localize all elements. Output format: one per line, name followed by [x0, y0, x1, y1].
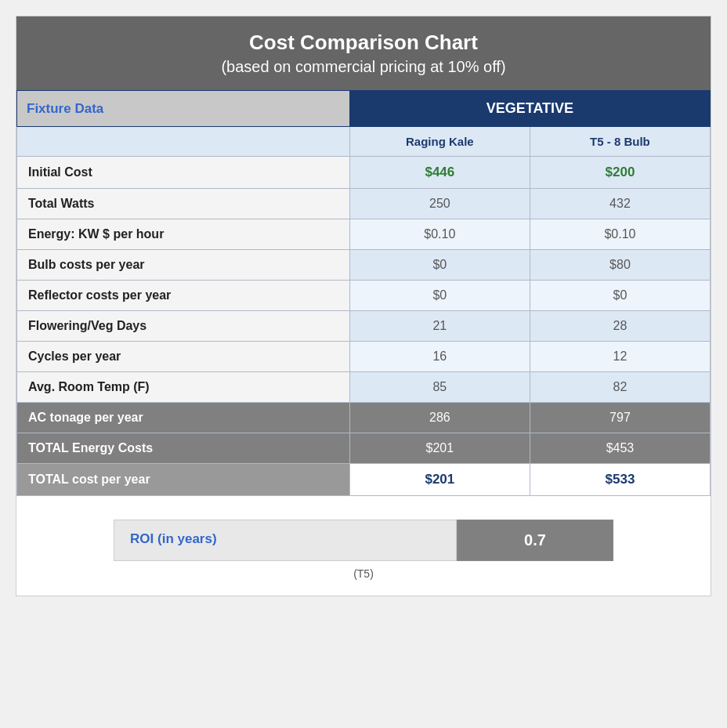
- row-label: TOTAL cost per year: [17, 464, 350, 496]
- t5-value: 82: [530, 372, 710, 403]
- rk-value: 286: [349, 403, 530, 433]
- t5-value: $533: [530, 464, 710, 496]
- row-label: Initial Cost: [17, 157, 350, 189]
- col-header-t5: T5 - 8 Bulb: [530, 127, 710, 157]
- rk-value: $201: [349, 433, 530, 464]
- rk-value: 250: [349, 189, 530, 219]
- roi-section: ROI (in years) 0.7 (T5): [16, 496, 711, 596]
- table-row: Cycles per year 16 12: [17, 342, 711, 372]
- sub-header-empty: [17, 127, 350, 157]
- roi-label: ROI (in years): [114, 520, 457, 561]
- rk-value: 85: [349, 372, 530, 403]
- table-row: Initial Cost $446 $200: [17, 157, 711, 189]
- table-row: Flowering/Veg Days 21 28: [17, 311, 711, 342]
- roi-value: 0.7: [457, 520, 613, 561]
- t5-value: $0.10: [530, 219, 710, 250]
- table-row: Bulb costs per year $0 $80: [17, 250, 711, 281]
- rk-value: $0: [349, 281, 530, 311]
- rk-value: 21: [349, 311, 530, 342]
- chart-subtitle: (based on commercial pricing at 10% off): [24, 58, 703, 76]
- chart-container: Cost Comparison Chart (based on commerci…: [16, 16, 711, 596]
- row-label: Energy: KW $ per hour: [17, 219, 350, 250]
- fixture-data-label: Fixture Data: [17, 91, 350, 127]
- rk-value: $446: [349, 157, 530, 189]
- t5-value: 432: [530, 189, 710, 219]
- row-label: TOTAL Energy Costs: [17, 433, 350, 464]
- comparison-table: Fixture Data VEGETATIVE Raging Kale T5 -…: [16, 90, 711, 496]
- row-label: Total Watts: [17, 189, 350, 219]
- col-header-rk: Raging Kale: [349, 127, 530, 157]
- category-label: VEGETATIVE: [349, 91, 710, 127]
- table-row: Reflector costs per year $0 $0: [17, 281, 711, 311]
- t5-value: $80: [530, 250, 710, 281]
- table-row: TOTAL cost per year $201 $533: [17, 464, 711, 496]
- table-row: TOTAL Energy Costs $201 $453: [17, 433, 711, 464]
- sub-header-row: Raging Kale T5 - 8 Bulb: [17, 127, 711, 157]
- rk-value: $201: [349, 464, 530, 496]
- table-row: AC tonage per year 286 797: [17, 403, 711, 433]
- roi-row: ROI (in years) 0.7: [114, 520, 613, 561]
- roi-footnote: (T5): [353, 567, 374, 580]
- category-header-row: Fixture Data VEGETATIVE: [17, 91, 711, 127]
- row-label: Flowering/Veg Days: [17, 311, 350, 342]
- t5-value: 28: [530, 311, 710, 342]
- table-row: Energy: KW $ per hour $0.10 $0.10: [17, 219, 711, 250]
- rk-value: $0.10: [349, 219, 530, 250]
- row-label: Cycles per year: [17, 342, 350, 372]
- row-label: Avg. Room Temp (F): [17, 372, 350, 403]
- rk-value: $0: [349, 250, 530, 281]
- t5-value: $453: [530, 433, 710, 464]
- t5-value: 12: [530, 342, 710, 372]
- rk-value: 16: [349, 342, 530, 372]
- table-row: Avg. Room Temp (F) 85 82: [17, 372, 711, 403]
- row-label: Reflector costs per year: [17, 281, 350, 311]
- chart-header: Cost Comparison Chart (based on commerci…: [16, 16, 711, 90]
- t5-value: $200: [530, 157, 710, 189]
- chart-title: Cost Comparison Chart: [24, 31, 703, 55]
- row-label: Bulb costs per year: [17, 250, 350, 281]
- t5-value: 797: [530, 403, 710, 433]
- t5-value: $0: [530, 281, 710, 311]
- table-row: Total Watts 250 432: [17, 189, 711, 219]
- row-label: AC tonage per year: [17, 403, 350, 433]
